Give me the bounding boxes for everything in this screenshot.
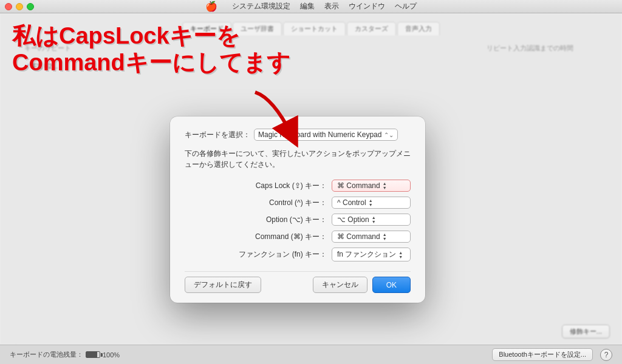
restore-defaults-button[interactable]: デフォルトに戻す <box>185 277 261 293</box>
ok-button[interactable]: OK <box>372 277 411 293</box>
control-value: ^ Control <box>337 198 366 207</box>
menu-window[interactable]: ウインドウ <box>349 1 385 12</box>
fn-label: ファンクション (fn) キー： <box>239 249 327 260</box>
menu-system-prefs[interactable]: システム環境設定 <box>232 1 290 12</box>
control-select-arrows: ▲▼ <box>369 198 373 207</box>
maximize-button[interactable] <box>27 3 34 10</box>
modifier-rows: Caps Lock (⇪) キー： ⌘ Command ▲▼ Control (… <box>185 180 411 261</box>
capslock-value: ⌘ Command <box>337 181 380 190</box>
keyboard-select[interactable]: Magic Keyboard with Numeric Keypad ⌃⌄ <box>254 129 398 141</box>
bg-checkbox-row: ✓ F1, F2... <box>24 62 58 70</box>
keyboard-label: キーボードを選択： <box>185 130 250 140</box>
command-label: Command (⌘) キー： <box>248 232 327 242</box>
battery-label: キーボードの電池残量： <box>10 350 83 359</box>
status-bar: キーボードの電池残量： 100% Bluetoothキーボードを設定... ? <box>0 345 622 364</box>
menu-bar: 🍎 システム環境設定 編集 表示 ウインドウ ヘルプ <box>205 1 417 12</box>
tab-custom[interactable]: カスターズ <box>347 22 396 35</box>
dialog-buttons: デフォルトに戻す キャンセル OK <box>185 271 411 293</box>
bg-label-repeat: キーのリピート <box>24 44 71 53</box>
battery-icon <box>86 351 100 358</box>
tab-user-dict[interactable]: ユーザ辞書 <box>233 22 282 35</box>
menu-help[interactable]: ヘルプ <box>395 1 417 12</box>
control-select[interactable]: ^ Control ▲▼ <box>332 197 411 209</box>
tab-voice[interactable]: 音声入力 <box>397 22 440 35</box>
tab-keyboard[interactable]: キーボード <box>182 22 231 35</box>
command-select-arrows: ▲▼ <box>383 232 387 241</box>
option-value: ⌥ Option <box>337 215 369 224</box>
modifier-keys-dialog: キーボードを選択： Magic Keyboard with Numeric Ke… <box>170 116 425 303</box>
menu-edit[interactable]: 編集 <box>300 1 315 12</box>
battery-indicator: キーボードの電池残量： 100% <box>10 350 120 359</box>
menu-view[interactable]: 表示 <box>324 1 339 12</box>
option-label: Option (⌥) キー： <box>248 215 327 225</box>
option-select[interactable]: ⌥ Option ▲▼ <box>332 214 411 226</box>
command-select[interactable]: ⌘ Command ▲▼ <box>332 231 411 243</box>
modifier-row-control: Control (^) キー： ^ Control ▲▼ <box>185 197 411 209</box>
modifier-row-option: Option (⌥) キー： ⌥ Option ▲▼ <box>185 214 411 226</box>
bluetooth-setup-button[interactable]: Bluetoothキーボードを設定... <box>492 348 593 361</box>
window: 🍎 システム環境設定 編集 表示 ウインドウ ヘルプ キーボード ユーザ辞書 シ… <box>0 0 622 364</box>
keyboard-selector-row: キーボードを選択： Magic Keyboard with Numeric Ke… <box>185 129 411 141</box>
command-value: ⌘ Command <box>337 232 380 241</box>
keyboard-value: Magic Keyboard with Numeric Keypad <box>258 130 381 139</box>
minimize-button[interactable] <box>16 3 23 10</box>
tab-shortcuts[interactable]: ショートカット <box>283 22 346 35</box>
close-button[interactable] <box>5 3 12 10</box>
modifier-row-capslock: Caps Lock (⇪) キー： ⌘ Command ▲▼ <box>185 180 411 192</box>
fn-value: fn ファンクション <box>337 249 396 260</box>
capslock-select[interactable]: ⌘ Command ▲▼ <box>332 180 411 192</box>
fn-select-arrows: ▲▼ <box>398 251 403 259</box>
keyboard-tabs: キーボード ユーザ辞書 ショートカット カスターズ 音声入力 <box>0 22 622 35</box>
modify-keys-button[interactable]: 修飾キー... <box>562 325 610 339</box>
battery-pct: 100% <box>103 351 120 359</box>
traffic-lights <box>5 3 34 10</box>
option-select-arrows: ▲▼ <box>372 215 376 224</box>
main-content: キーボード ユーザ辞書 ショートカット カスターズ 音声入力 キーのリピート リ… <box>0 13 622 345</box>
apple-menu[interactable]: 🍎 <box>205 1 217 12</box>
cancel-button[interactable]: キャンセル <box>313 277 367 293</box>
capslock-select-arrows: ▲▼ <box>383 181 387 190</box>
titlebar: 🍎 システム環境設定 編集 表示 ウインドウ ヘルプ <box>0 0 622 13</box>
modifier-row-command: Command (⌘) キー： ⌘ Command ▲▼ <box>185 231 411 243</box>
modifier-row-fn: ファンクション (fn) キー： fn ファンクション ▲▼ <box>185 248 411 261</box>
dialog-right-buttons: キャンセル OK <box>313 277 411 293</box>
control-label: Control (^) キー： <box>248 198 327 208</box>
capslock-label: Caps Lock (⇪) キー： <box>248 181 327 191</box>
fn-select[interactable]: fn ファンクション ▲▼ <box>332 248 411 261</box>
bg-checkbox-label: F1, F2... <box>33 62 58 70</box>
dialog-description: 下の各修飾キーについて、実行したいアクションをポップアップメニューから選択してく… <box>185 148 411 170</box>
bg-label-delay: リピート入力認識までの時間 <box>487 44 573 53</box>
help-button[interactable]: ? <box>600 349 612 361</box>
keyboard-select-arrows: ⌃⌄ <box>384 132 394 138</box>
